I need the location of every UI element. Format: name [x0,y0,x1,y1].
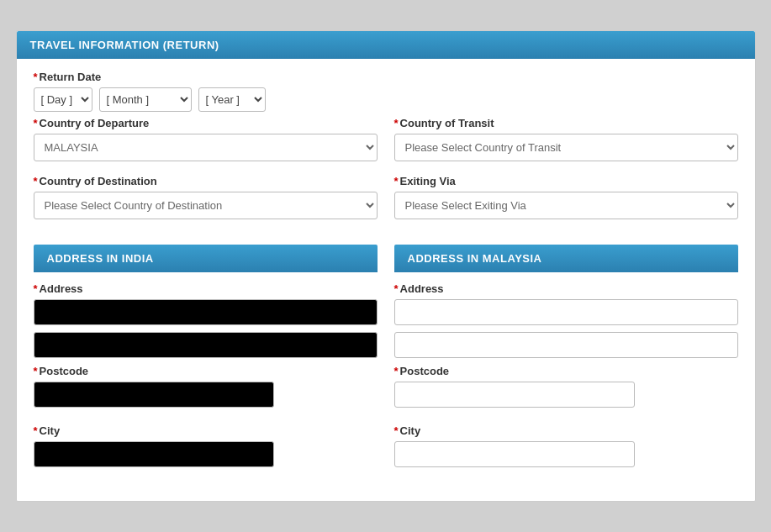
malaysia-city-group: * City [394,424,738,474]
india-postcode-label: * Postcode [34,365,378,377]
country-departure-select[interactable]: MALAYSIA [34,134,378,161]
destination-col: * Country of Destination Please Select C… [34,175,378,219]
address-malaysia-col: ADDRESS IN MALAYSIA * Address * Postcode… [394,245,738,484]
india-city-label: * City [34,424,378,437]
malaysia-address-label: * Address [394,282,738,295]
departure-transit-row: * Country of Departure MALAYSIA * Countr… [17,117,755,166]
date-row: [ Day ] [ Month ] [ Year ] [34,87,738,112]
return-date-label: * Return Date [34,71,738,83]
destination-exiting-row: * Country of Destination Please Select C… [17,175,755,224]
destination-label: * Country of Destination [34,175,378,187]
india-postcode-group: * Postcode [34,365,378,414]
day-select[interactable]: [ Day ] [34,87,92,112]
address-india-header: ADDRESS IN INDIA [34,245,378,272]
month-select[interactable]: [ Month ] [99,87,192,112]
address-sections: ADDRESS IN INDIA * Address * Postcode * … [17,245,755,484]
departure-label: * Country of Departure [34,117,378,129]
travel-info-header: TRAVEL INFORMATION (RETURN) [17,31,755,59]
india-city-group: * City [34,424,378,474]
exiting-label: * Exiting Via [394,175,738,187]
country-destination-select[interactable]: Please Select Country of Destination [34,192,378,219]
malaysia-city-input[interactable] [394,441,635,467]
form-container: TRAVEL INFORMATION (RETURN) * Return Dat… [16,30,756,502]
india-address-line1[interactable] [34,299,378,325]
departure-col: * Country of Departure MALAYSIA [34,117,378,161]
malaysia-postcode-group: * Postcode [394,365,738,414]
required-star: * [34,71,38,83]
return-date-section: * Return Date [ Day ] [ Month ] [ Year ] [17,59,755,117]
india-postcode-input[interactable] [34,382,274,408]
year-select[interactable]: [ Year ] [198,87,266,112]
exiting-col: * Exiting Via Please Select Exiting Via [394,175,738,219]
india-city-input[interactable] [34,441,274,467]
exiting-via-select[interactable]: Please Select Exiting Via [394,192,738,219]
malaysia-city-label: * City [394,424,738,437]
header-title: TRAVEL INFORMATION (RETURN) [30,39,219,51]
india-address-line2[interactable] [34,332,378,358]
malaysia-postcode-label: * Postcode [394,365,738,377]
country-transit-select[interactable]: Please Select Country of Transit [394,134,738,161]
malaysia-address-line2[interactable] [394,332,738,358]
india-address-label: * Address [34,282,378,295]
address-malaysia-header: ADDRESS IN MALAYSIA [394,245,738,272]
transit-label: * Country of Transit [394,117,738,129]
address-india-col: ADDRESS IN INDIA * Address * Postcode * … [34,245,378,484]
malaysia-postcode-input[interactable] [394,382,635,408]
transit-col: * Country of Transit Please Select Count… [394,117,738,161]
malaysia-address-line1[interactable] [394,299,738,325]
